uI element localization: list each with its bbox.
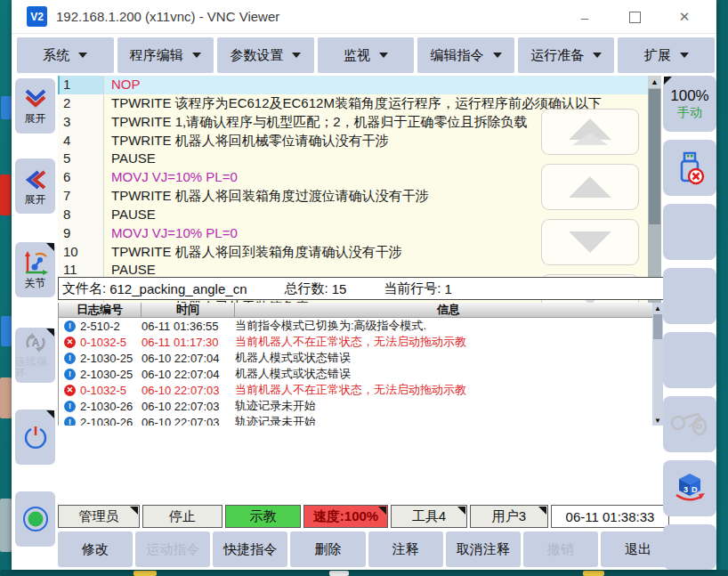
log-level-icon: ! bbox=[64, 369, 76, 380]
scrollbar-thumb[interactable] bbox=[653, 314, 662, 339]
line-text: MOVJ VJ=10% PL=0 bbox=[104, 224, 238, 243]
log-time: 06-10 22:07:03 bbox=[142, 384, 235, 397]
log-row[interactable]: ! 2-1030-26 06-10 22:07:03 轨迹记录未开始 bbox=[59, 398, 653, 414]
log-col-message: 信息 bbox=[235, 303, 663, 318]
toolbar-button[interactable]: 快捷指令 bbox=[213, 531, 287, 567]
toolbar-button[interactable]: 删除 bbox=[290, 531, 365, 567]
log-vertical-scrollbar[interactable]: ▲ ▼ bbox=[652, 303, 663, 426]
sidebar-expand-left-button[interactable]: 展开 bbox=[15, 158, 55, 214]
log-table-header: 日志编号 时间 信息 bbox=[59, 303, 663, 318]
3d-view-button[interactable]: 3 D bbox=[663, 460, 716, 516]
title-bar: V2 192.168.1.200 (x11vnc) - VNC Viewer –… bbox=[12, 0, 716, 34]
usb-status-button[interactable] bbox=[663, 140, 716, 196]
log-level-icon: ! bbox=[64, 320, 76, 332]
desktop-icon-fragment bbox=[0, 499, 12, 552]
drag-teach-button[interactable] bbox=[663, 396, 716, 452]
sidebar-button-label: 展开 bbox=[25, 194, 46, 206]
log-message: 当前指令模式已切换为:高级指令模式. bbox=[235, 318, 653, 334]
sidebar-record-button[interactable] bbox=[15, 491, 55, 547]
cycle-a-icon: A bbox=[23, 331, 48, 354]
taskbar-icon-fragment bbox=[329, 571, 349, 576]
vnc-logo-icon: V2 bbox=[27, 6, 47, 27]
line-number: 7 bbox=[58, 187, 104, 206]
total-lines-label: 总行数: bbox=[284, 280, 328, 297]
user-frame-dropdown[interactable]: 用户3 bbox=[470, 505, 548, 528]
menu-item[interactable]: 扩展 bbox=[618, 37, 715, 73]
line-number: 3 bbox=[58, 113, 104, 132]
log-id: 2-1030-26 bbox=[80, 416, 142, 426]
right-sidebar-empty-button[interactable] bbox=[663, 332, 716, 388]
scrollbar-thumb[interactable] bbox=[649, 89, 660, 224]
line-number: 2 bbox=[58, 94, 104, 113]
maximize-button[interactable] bbox=[610, 0, 659, 34]
sidebar-continuous-cycle-button[interactable]: A 连续循环 bbox=[15, 328, 55, 383]
down-arrow-icon bbox=[569, 231, 611, 253]
toolbar-button[interactable]: 注释 bbox=[368, 531, 443, 567]
log-level-icon: ! bbox=[64, 417, 76, 426]
chevron-down-icon bbox=[292, 53, 301, 58]
right-sidebar-empty-button[interactable] bbox=[663, 268, 716, 324]
sidebar-joint-coordinate-button[interactable]: 关节 bbox=[15, 242, 55, 297]
joint-coordinate-icon bbox=[23, 251, 48, 276]
line-down-button[interactable] bbox=[541, 219, 639, 265]
menu-item[interactable]: 程序编辑 bbox=[117, 37, 214, 73]
menu-item[interactable]: 监视 bbox=[318, 37, 415, 73]
log-row[interactable]: ! 2-1030-25 06-10 22:07:04 机器人模式或状态错误 bbox=[59, 366, 653, 382]
log-row[interactable]: ✕ 0-1032-5 06-11 01:17:30 当前机器人不在正常状态，无法… bbox=[59, 334, 653, 350]
page-up-button[interactable] bbox=[541, 109, 639, 155]
scroll-up-icon[interactable]: ▲ bbox=[652, 303, 663, 313]
scroll-down-icon[interactable]: ▼ bbox=[652, 415, 663, 426]
menu-item-label: 监视 bbox=[344, 47, 370, 64]
tool-dropdown[interactable]: 工具4 bbox=[391, 505, 467, 528]
scroll-up-icon[interactable]: ▲ bbox=[648, 76, 661, 88]
drag-teach-hand-icon bbox=[669, 409, 710, 441]
line-text: MOVJ VJ=10% PL=0 bbox=[104, 168, 238, 187]
file-name-label: 文件名: bbox=[62, 280, 106, 297]
menu-item[interactable]: 系统 bbox=[17, 37, 114, 73]
user-level-dropdown[interactable]: 管理员 bbox=[58, 505, 140, 528]
menu-item-label: 运行准备 bbox=[530, 47, 584, 64]
sidebar-power-button[interactable] bbox=[15, 410, 55, 465]
log-table: 日志编号 时间 信息 ! 2-510-2 06-11 01:36:55 当前指令… bbox=[58, 303, 663, 426]
line-number: 1 bbox=[58, 76, 104, 94]
clock: 06-11 01:38:33 bbox=[551, 505, 669, 528]
line-text: TPWRITE 该程序为EC612及EC612M装箱角度运行程序，运行程序前必须… bbox=[104, 94, 602, 113]
sidebar-expand-down-button[interactable]: 展开 bbox=[15, 78, 55, 134]
minimize-button[interactable]: – bbox=[560, 0, 610, 34]
toolbar-button[interactable]: 撤销 bbox=[523, 531, 598, 567]
log-col-id: 日志编号 bbox=[59, 303, 142, 318]
svg-text:A: A bbox=[31, 337, 39, 349]
edit-toolbar: 修改运动指令快捷指令删除注释取消注释撤销退出 bbox=[58, 531, 675, 567]
file-name-value: 612_packing_angle_cn bbox=[109, 281, 247, 296]
chevron-down-icon bbox=[680, 53, 689, 58]
log-id: 0-1032-5 bbox=[80, 336, 142, 349]
svg-text:D: D bbox=[692, 485, 698, 494]
file-info-bar: 文件名: 612_packing_angle_cn 总行数: 15 当前行号: … bbox=[58, 277, 674, 300]
toolbar-button[interactable]: 运动指令 bbox=[135, 531, 210, 567]
log-row[interactable]: ✕ 0-1032-5 06-10 22:07:03 当前机器人不在正常状态，无法… bbox=[59, 382, 653, 398]
toolbar-button[interactable]: 修改 bbox=[58, 531, 133, 567]
desktop-icon-fragment bbox=[1, 96, 12, 119]
taskbar-icon-fragment bbox=[133, 571, 157, 576]
line-up-button[interactable] bbox=[541, 164, 639, 210]
log-level-icon: ✕ bbox=[64, 385, 76, 396]
menu-item[interactable]: 编辑指令 bbox=[417, 37, 514, 73]
right-sidebar-empty-button[interactable] bbox=[663, 204, 716, 260]
log-row[interactable]: ! 2-1030-26 06-10 22:07:03 轨迹记录未开始 bbox=[59, 414, 653, 426]
speed-mode-button[interactable]: 100% 手动 bbox=[663, 76, 716, 132]
speed-dropdown[interactable]: 速度:100% bbox=[303, 505, 388, 528]
log-row[interactable]: ! 2-1030-25 06-10 22:07:04 机器人模式或状态错误 bbox=[59, 350, 653, 366]
close-button[interactable]: ✕ bbox=[659, 0, 709, 34]
chevron-down-icon bbox=[78, 53, 87, 58]
menu-bar: 系统 程序编辑 参数设置 监视 编辑指令 运行准备 扩展 bbox=[12, 34, 716, 75]
log-row[interactable]: ! 2-510-2 06-11 01:36:55 当前指令模式已切换为:高级指令… bbox=[59, 318, 653, 334]
double-up-arrow-icon bbox=[572, 133, 608, 145]
line-number: 5 bbox=[58, 150, 104, 168]
menu-item[interactable]: 参数设置 bbox=[217, 37, 314, 73]
toolbar-button[interactable]: 取消注释 bbox=[446, 531, 521, 567]
program-line-row[interactable]: 1 NOP bbox=[58, 76, 648, 94]
right-sidebar-empty-button[interactable] bbox=[663, 524, 716, 570]
current-line-value: 1 bbox=[445, 281, 452, 296]
menu-item[interactable]: 运行准备 bbox=[518, 37, 615, 73]
total-lines-value: 15 bbox=[332, 281, 347, 296]
